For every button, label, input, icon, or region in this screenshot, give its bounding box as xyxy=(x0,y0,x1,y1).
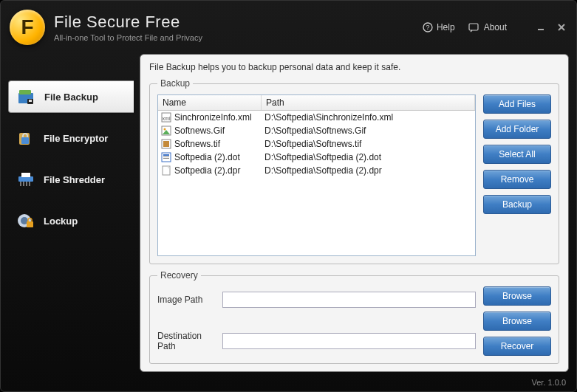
lockup-icon xyxy=(16,212,36,230)
svg-rect-2 xyxy=(469,24,478,30)
table-body: xmlSinchronizeInfo.xmlD:\Softpedia\Sinch… xyxy=(158,111,475,255)
backup-icon xyxy=(16,88,37,106)
cell-path: D:\Softpedia\Softpedia (2).dot xyxy=(262,152,475,162)
about-icon xyxy=(468,22,480,32)
footer: Ver. 1.0.0 xyxy=(1,376,576,391)
panel-description: File Backup helps you to backup personal… xyxy=(149,62,559,72)
sidebar-item-label: File Backup xyxy=(44,92,98,103)
app-subtitle: All-in-one Tool to Protect File and Priv… xyxy=(54,33,423,42)
svg-rect-30 xyxy=(163,157,169,157)
cell-path: D:\Softpedia\SinchronizeInfo.xml xyxy=(262,112,475,123)
sidebar: File Backup File Encryptor File Shredder… xyxy=(8,54,134,372)
cell-name: Softnews.tif xyxy=(158,139,262,149)
version-label: Ver. 1.0.0 xyxy=(532,378,566,387)
cell-path: D:\Softpedia\Softnews.Gif xyxy=(262,125,475,136)
sidebar-item-file-encryptor[interactable]: File Encryptor xyxy=(8,122,134,154)
destination-path-input[interactable] xyxy=(222,333,476,349)
add-files-button[interactable]: Add Files xyxy=(483,94,551,114)
cell-name: Softpedia (2).dpr xyxy=(158,165,262,176)
image-path-input[interactable] xyxy=(222,292,476,308)
help-label: Help xyxy=(437,22,455,32)
browse-image-button[interactable]: Browse xyxy=(483,286,551,306)
add-folder-button[interactable]: Add Folder xyxy=(483,120,551,139)
shredder-icon xyxy=(16,171,36,188)
file-icon xyxy=(161,125,171,136)
top-links: ? Help About xyxy=(423,21,567,33)
app-logo-icon: F xyxy=(10,10,45,45)
recovery-legend: Recovery xyxy=(157,270,201,281)
cell-path: D:\Softpedia\Softpedia (2).dpr xyxy=(262,165,475,176)
svg-text:xml: xml xyxy=(163,116,171,121)
svg-text:?: ? xyxy=(426,24,429,31)
svg-rect-11 xyxy=(21,137,29,144)
destination-path-label: Destination Path xyxy=(157,331,215,351)
help-link[interactable]: ? Help xyxy=(423,22,455,32)
backup-button[interactable]: Backup xyxy=(483,195,551,214)
minimize-button[interactable] xyxy=(535,21,547,33)
col-path[interactable]: Path xyxy=(262,95,475,110)
about-link[interactable]: About xyxy=(468,22,507,32)
browse-destination-button[interactable]: Browse xyxy=(483,312,551,331)
sidebar-item-label: File Shredder xyxy=(44,174,105,185)
svg-rect-7 xyxy=(19,90,31,94)
table-header: Name Path xyxy=(158,95,475,111)
table-row[interactable]: Softpedia (2).dotD:\Softpedia\Softpedia … xyxy=(158,151,475,164)
table-row[interactable]: Softnews.tifD:\Softpedia\Softnews.tif xyxy=(158,137,475,151)
file-icon xyxy=(161,152,171,162)
sidebar-item-file-shredder[interactable]: File Shredder xyxy=(8,163,134,196)
recovery-fieldset: Recovery Image Path Destination Path xyxy=(149,270,559,364)
cell-path: D:\Softpedia\Softnews.tif xyxy=(262,139,475,149)
lock-icon xyxy=(16,129,36,147)
file-icon: xml xyxy=(161,112,171,123)
backup-row: Name Path xmlSinchronizeInfo.xmlD:\Softp… xyxy=(157,94,551,256)
help-icon: ? xyxy=(423,22,433,32)
svg-point-24 xyxy=(164,128,166,131)
cell-name: Softpedia (2).dot xyxy=(158,152,262,162)
table-row[interactable]: xmlSinchronizeInfo.xmlD:\Softpedia\Sinch… xyxy=(158,111,475,124)
table-row[interactable]: Softnews.GifD:\Softpedia\Softnews.Gif xyxy=(158,124,475,137)
content-row: File Backup File Encryptor File Shredder… xyxy=(1,54,576,376)
svg-rect-13 xyxy=(21,173,30,177)
sidebar-item-lockup[interactable]: Lockup xyxy=(8,204,134,237)
titlebar: F File Secure Free All-in-one Tool to Pr… xyxy=(1,1,576,54)
table-row[interactable]: Softpedia (2).dprD:\Softpedia\Softpedia … xyxy=(158,164,475,177)
svg-rect-20 xyxy=(27,221,33,227)
col-name[interactable]: Name xyxy=(158,95,262,110)
backup-legend: Backup xyxy=(157,78,193,89)
select-all-button[interactable]: Select All xyxy=(483,145,551,164)
about-label: About xyxy=(484,22,507,32)
sidebar-item-label: Lockup xyxy=(44,216,78,227)
sidebar-item-file-backup[interactable]: File Backup xyxy=(8,80,134,113)
cell-name: Softnews.Gif xyxy=(158,125,262,136)
close-button[interactable] xyxy=(556,21,567,33)
app-title: File Secure Free xyxy=(54,13,423,32)
main-window: F File Secure Free All-in-one Tool to Pr… xyxy=(0,0,577,392)
file-table[interactable]: Name Path xmlSinchronizeInfo.xmlD:\Softp… xyxy=(157,94,476,256)
image-path-label: Image Path xyxy=(157,295,215,305)
backup-fieldset: Backup Name Path xmlSinchronizeInfo.xmlD… xyxy=(149,78,559,264)
remove-button[interactable]: Remove xyxy=(483,170,551,189)
recover-button[interactable]: Recover xyxy=(483,337,551,356)
svg-rect-12 xyxy=(18,176,33,182)
backup-buttons: Add Files Add Folder Select All Remove B… xyxy=(483,94,551,256)
svg-rect-9 xyxy=(29,100,32,102)
svg-rect-27 xyxy=(163,141,169,147)
main-panel: File Backup helps you to backup personal… xyxy=(140,54,569,372)
title-block: File Secure Free All-in-one Tool to Prot… xyxy=(54,13,423,42)
cell-name: xmlSinchronizeInfo.xml xyxy=(158,112,262,123)
window-controls xyxy=(535,21,567,33)
file-icon xyxy=(161,165,171,176)
sidebar-item-label: File Encryptor xyxy=(44,133,108,144)
svg-rect-29 xyxy=(163,154,169,156)
svg-rect-31 xyxy=(163,158,169,159)
file-icon xyxy=(161,139,171,149)
